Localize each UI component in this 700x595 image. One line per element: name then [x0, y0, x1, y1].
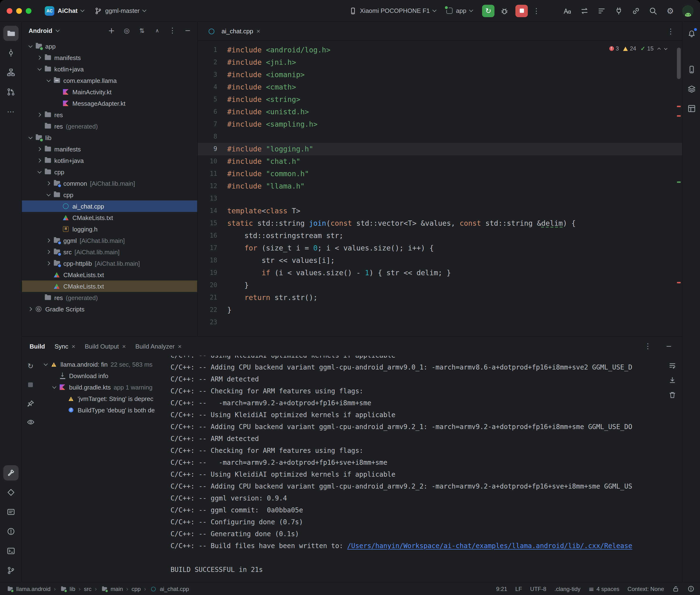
stop-sync-icon[interactable]: [25, 379, 36, 391]
tree-item-ai-chat-cpp[interactable]: ai_chat.cpp: [22, 200, 197, 212]
tree-item-build-gradle-kts[interactable]: build.gradle.ktsapp 1 warning: [39, 381, 167, 393]
sort-lines-icon[interactable]: [594, 4, 609, 18]
chevron-down-icon[interactable]: [27, 134, 34, 141]
add-icon[interactable]: [106, 25, 117, 36]
project-view-selector[interactable]: Android: [29, 27, 52, 34]
pull-requests-tool-button[interactable]: [3, 84, 18, 100]
soft-wrap-icon[interactable]: [668, 362, 676, 370]
problems-tool-button[interactable]: [3, 524, 18, 539]
tree-item-src[interactable]: src[AiChat.lib.main]: [22, 246, 197, 258]
chevron-down-icon[interactable]: [42, 361, 50, 368]
close-window-button[interactable]: [7, 8, 12, 13]
tree-item-cmakelists-txt[interactable]: CMakeLists.txt: [22, 212, 197, 223]
tree-item-llama-android-fin[interactable]: llama.android: fin22 sec, 583 ms: [39, 359, 167, 370]
tree-item-messageadapter-kt[interactable]: MessageAdapter.kt: [22, 97, 197, 109]
pin-icon[interactable]: [25, 398, 36, 409]
tree-item-lib[interactable]: lib: [22, 132, 197, 143]
tree-item-logging-h[interactable]: logging.h: [22, 223, 197, 235]
tree-item-cpp[interactable]: cpp: [22, 189, 197, 200]
chevron-down-icon[interactable]: [36, 65, 43, 73]
device-selector[interactable]: Xiaomi POCOPHONE F1: [345, 4, 440, 17]
encoding-selector[interactable]: UTF-8: [530, 586, 547, 592]
tree-item-common[interactable]: common[AiChat.lib.main]: [22, 178, 197, 189]
panel-options-icon[interactable]: [167, 25, 178, 36]
search-icon[interactable]: [646, 4, 660, 18]
breadcrumb-llama-android[interactable]: llama.android: [6, 585, 51, 593]
code-editor[interactable]: 1#include <android/log.h>2#include <jni.…: [198, 41, 682, 336]
tree-item-res[interactable]: res(generated): [22, 292, 197, 303]
chevron-down-icon[interactable]: [27, 42, 34, 50]
settings-gear-icon[interactable]: [663, 4, 677, 18]
link-icon[interactable]: [629, 4, 643, 18]
tree-item-buildtype-debug-is-both-de[interactable]: BuildType 'debug' is both de: [39, 404, 167, 416]
chevron-right-icon[interactable]: [45, 237, 52, 244]
indent-selector[interactable]: 4 spaces: [589, 585, 619, 593]
tree-item-app[interactable]: app: [22, 40, 197, 52]
context-widget[interactable]: Context: None: [627, 586, 664, 592]
chevron-right-icon[interactable]: [45, 179, 52, 187]
letter-case-icon[interactable]: [560, 4, 575, 18]
chevron-right-icon[interactable]: [36, 111, 43, 119]
hide-build-panel-icon[interactable]: [663, 340, 674, 352]
rerun-sync-icon[interactable]: [25, 361, 36, 372]
close-icon[interactable]: [72, 343, 75, 350]
project-widget[interactable]: AC AiChat: [41, 4, 88, 18]
logcat-tool-button[interactable]: [3, 504, 18, 519]
editor-options-icon[interactable]: [665, 26, 676, 37]
inspections-widget[interactable]: 3 24 15: [606, 44, 670, 53]
eye-icon[interactable]: [25, 416, 36, 428]
android-avatar-icon[interactable]: [682, 5, 694, 17]
tree-item-download-info[interactable]: Download info: [39, 370, 167, 381]
terminal-tool-button[interactable]: [3, 543, 18, 559]
more-tools-icon[interactable]: [3, 104, 18, 119]
alert-circle-icon[interactable]: [688, 585, 695, 592]
stripe-mark[interactable]: [677, 282, 681, 283]
chevron-down-icon[interactable]: [51, 383, 58, 391]
scroll-to-end-icon[interactable]: [668, 376, 676, 384]
chevron-right-icon[interactable]: [27, 305, 34, 313]
tree-item-cpp[interactable]: cpp: [22, 166, 197, 178]
build-panel-title[interactable]: Build: [30, 343, 45, 350]
tree-item-gradle-scripts[interactable]: Gradle Scripts: [22, 303, 197, 315]
tree-item-ggml[interactable]: ggml[AiChat.lib.main]: [22, 235, 197, 246]
tree-item-kotlin-java[interactable]: kotlin+java: [22, 155, 197, 166]
project-tool-button[interactable]: [3, 26, 18, 41]
expand-all-icon[interactable]: [136, 25, 148, 36]
breadcrumb-lib[interactable]: lib: [59, 585, 75, 593]
notifications-button[interactable]: [684, 26, 699, 41]
chevron-right-icon[interactable]: [45, 259, 52, 267]
breadcrumb-src[interactable]: src: [84, 586, 91, 592]
editor-tab-ai-chat-cpp[interactable]: ai_chat.cpp: [203, 22, 264, 40]
commit-tool-button[interactable]: [3, 45, 18, 60]
next-issue-icon[interactable]: [664, 47, 667, 50]
locate-file-icon[interactable]: [121, 25, 133, 36]
chevron-right-icon[interactable]: [36, 54, 43, 61]
tree-item-jvmtarget-string-is-deprec[interactable]: 'jvmTarget: String' is deprec: [39, 393, 167, 404]
chevron-down-icon[interactable]: [36, 168, 43, 176]
plug-icon[interactable]: [612, 4, 626, 18]
breadcrumb-ai-chat-cpp[interactable]: ai_chat.cpp: [149, 585, 189, 593]
minimize-window-button[interactable]: [16, 8, 22, 13]
close-icon[interactable]: [256, 28, 260, 35]
tree-item-kotlin-java[interactable]: kotlin+java: [22, 63, 197, 75]
more-run-options-icon[interactable]: [531, 5, 542, 17]
layout-inspector-button[interactable]: [684, 101, 699, 116]
debug-button[interactable]: [497, 4, 512, 18]
close-icon[interactable]: [178, 343, 181, 350]
build-console[interactable]: C/C++: -- Using KleidiAI optimized kerne…: [167, 356, 682, 582]
app-inspection-button[interactable]: [684, 81, 699, 97]
zoom-window-button[interactable]: [26, 8, 31, 13]
stop-button[interactable]: [515, 4, 528, 17]
line-ending-selector[interactable]: LF: [515, 586, 522, 592]
structure-tool-button[interactable]: [3, 65, 18, 80]
close-icon[interactable]: [122, 343, 126, 350]
analyzer-status[interactable]: .clang-tidy: [555, 586, 581, 592]
chevron-down-icon[interactable]: [45, 77, 52, 84]
tree-item-res[interactable]: res: [22, 109, 197, 120]
build-tool-button[interactable]: [3, 465, 18, 480]
swap-arrows-icon[interactable]: [577, 4, 592, 18]
caret-position[interactable]: 9:21: [496, 586, 507, 592]
tree-item-cpp-httplib[interactable]: cpp-httplib[AiChat.lib.main]: [22, 258, 197, 269]
build-tab-build-analyzer[interactable]: Build Analyzer: [135, 343, 181, 350]
lock-icon[interactable]: [672, 585, 679, 592]
